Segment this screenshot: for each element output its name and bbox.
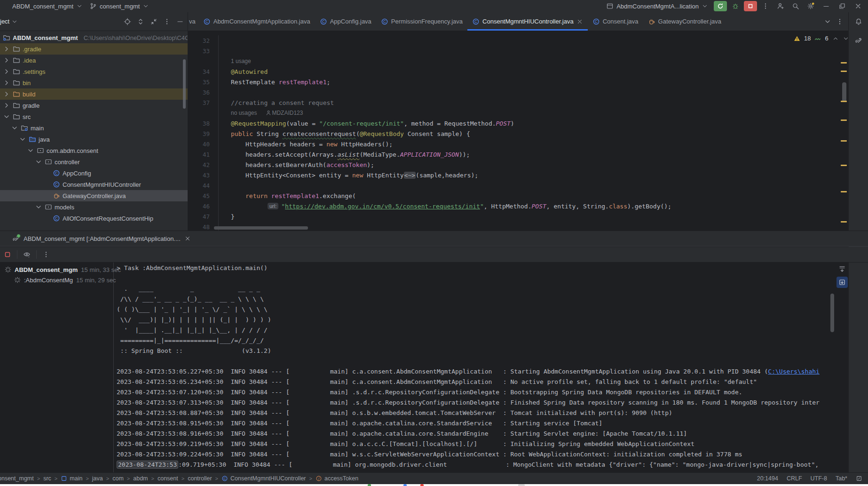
tree-item--settings[interactable]: .settings [0, 66, 188, 77]
stop-button[interactable] [744, 1, 757, 11]
window-restore-button[interactable] [835, 0, 849, 12]
search-everywhere-button[interactable] [789, 1, 802, 11]
editor-horizontal-scrollbar-thumb[interactable] [214, 226, 308, 230]
chevron-right-icon[interactable] [3, 102, 10, 109]
caret-position[interactable]: 20:1494 [757, 475, 778, 482]
console-banner-line: =========|_|==============|___/=/_/_/_/ [117, 337, 835, 347]
settings-button[interactable] [804, 1, 817, 11]
breadcrumb-item-com[interactable]: com [112, 475, 124, 482]
tab-partial[interactable]: va [188, 12, 198, 31]
more-actions-button[interactable] [759, 1, 772, 11]
tree-item-gatewaycontroller-java[interactable]: GatewayController.java [0, 190, 188, 201]
stop-process-icon[interactable] [4, 251, 11, 258]
window-minimize-button[interactable] [819, 0, 833, 12]
scroll-to-end-button[interactable] [836, 263, 848, 275]
close-tab-icon[interactable] [184, 235, 191, 242]
run-configuration-selector[interactable]: AbdmConsentMgmtA...lication [602, 1, 712, 11]
run-console[interactable]: > Task :AbdmConsentMgmtApplication.main(… [117, 263, 835, 472]
chevron-down-icon[interactable] [11, 124, 18, 132]
panel-options-kebab-icon[interactable] [163, 18, 171, 25]
tree-item-com-abdm-consent[interactable]: com.abdm.consent [0, 145, 188, 156]
chevron-right-icon[interactable] [3, 68, 10, 75]
tree-item-models[interactable]: models [0, 201, 188, 213]
chevron-right-icon[interactable] [3, 79, 10, 87]
console-scrollbar-thumb[interactable] [830, 294, 834, 332]
tree-item--gradle[interactable]: .gradle [0, 43, 188, 55]
rerun-button[interactable] [714, 1, 727, 11]
breadcrumb-item-consentmgmnthiucontroller[interactable]: CConsentMgmntHIUController [221, 475, 306, 482]
preview-eye-icon[interactable] [23, 251, 31, 258]
gradle-tool-window-button[interactable] [849, 31, 868, 50]
line-number: 47 [188, 213, 216, 220]
tab-options-kebab-icon[interactable] [836, 18, 844, 25]
tree-row-root[interactable]: ABDM_consent_mgmtC:\Users\shahi\OneDrive… [0, 32, 188, 43]
tree-item-main[interactable]: main [0, 122, 188, 134]
breadcrumb-item-abdm[interactable]: abdm [133, 475, 148, 482]
indent-style[interactable]: Tab* [836, 475, 847, 482]
tab-gatewaycontroller-java[interactable]: GatewayController.java [643, 12, 726, 31]
chevron-right-icon[interactable] [3, 90, 10, 98]
code-with-me-button[interactable] [774, 1, 787, 11]
chevron-down-icon[interactable] [27, 147, 34, 154]
notifications-button[interactable] [849, 12, 868, 31]
breadcrumb-item-consent[interactable]: consent [158, 475, 178, 482]
hide-panel-icon[interactable] [176, 18, 184, 25]
log-file-link[interactable]: C:\Users\shahi [768, 368, 820, 375]
chevron-right-icon[interactable] [3, 56, 10, 64]
window-close-button[interactable] [851, 0, 865, 12]
chevron-down-icon[interactable] [35, 203, 42, 211]
breadcrumb-item-java[interactable]: java [92, 475, 103, 482]
debug-button[interactable] [729, 1, 742, 11]
breadcrumb-item-onsent-mgmt[interactable]: onsent_mgmt [0, 475, 34, 482]
project-tree-vertical-scrollbar[interactable] [183, 59, 186, 109]
tree-item-src[interactable]: src [0, 111, 188, 122]
file-encoding[interactable]: UTF-8 [811, 475, 827, 482]
tree-item-gradle[interactable]: gradle [0, 100, 188, 111]
toolbar-kebab-icon[interactable] [42, 251, 50, 258]
run-panel-tab[interactable]: ABDM_consent_mgmt [:AbdmConsentMgmtAppli… [0, 235, 196, 242]
focus-output-button[interactable] [836, 277, 848, 288]
process-item[interactable]: :AbdmConsentMg15 min, 29 sec [0, 275, 113, 285]
tree-item-build[interactable]: build [0, 88, 188, 100]
chevron-down-icon[interactable] [3, 113, 10, 120]
process-item[interactable]: ABDM_consent_mgm15 min, 33 sec [0, 264, 113, 275]
prev-problem-chevron-icon[interactable] [832, 35, 839, 42]
breadcrumb-item-accesstoken[interactable]: faccessToken [316, 475, 358, 482]
tree-item-allofconsentrequestconsenthip[interactable]: CAllOfConsentRequestConsentHip [0, 213, 188, 224]
chevron-down-icon[interactable] [35, 158, 42, 166]
breadcrumb-item-controller[interactable]: controller [188, 475, 212, 482]
tree-item--idea[interactable]: .idea [0, 55, 188, 66]
url-link[interactable]: https://dev.abdm.gov.in/cm/v0.5/consent-… [285, 203, 480, 210]
tree-item-bin[interactable]: bin [0, 77, 188, 88]
collapse-all-icon[interactable] [150, 18, 158, 25]
breadcrumb-item-main[interactable]: main [61, 475, 82, 482]
code-editor[interactable]: 32331 usage34@Autowired35RestTemplate re… [188, 31, 848, 231]
tree-item-appconfig[interactable]: CAppConfig [0, 167, 188, 179]
tree-item-java[interactable]: java [0, 134, 188, 145]
inspections-widget[interactable]: 18 6 [794, 35, 849, 42]
project-panel-title[interactable]: ject [0, 18, 18, 25]
tab-consentmgmnthiucontroller-java[interactable]: CConsentMgmntHIUController.java [467, 12, 588, 31]
author-icon [265, 110, 272, 116]
console-log-line: 2023-08-24T23:53:09.224+05:30 INFO 30484… [117, 451, 835, 461]
project-selector[interactable]: ABDM_consent_mgmt [12, 3, 83, 10]
chevron-down-icon[interactable] [19, 135, 26, 143]
tree-item-consentmgmnthiucontroller[interactable]: CConsentMgmntHIUController [0, 179, 188, 190]
branch-selector[interactable]: consent_mgmt [89, 2, 149, 10]
class-icon: C [53, 181, 60, 188]
file-writable-icon[interactable] [856, 475, 862, 482]
code-token: new [352, 172, 367, 179]
tab-appconfig-java[interactable]: CAppConfig.java [315, 12, 376, 31]
locate-file-icon[interactable] [124, 18, 131, 25]
expand-collapse-icon[interactable] [137, 18, 144, 25]
tab-consent-java[interactable]: CConsent.java [588, 12, 643, 31]
tab-abdmconsentmgmtapplication-java[interactable]: CAbdmConsentMgmtApplication.java [198, 12, 315, 31]
tab-permissionfrequency-java[interactable]: CPermissionFrequency.java [376, 12, 467, 31]
editor-scrollbar-thumb[interactable] [842, 82, 846, 102]
line-ending[interactable]: CRLF [787, 475, 802, 482]
tab-list-chevron-icon[interactable] [824, 18, 831, 25]
close-tab-icon[interactable] [576, 18, 583, 25]
tree-item-controller[interactable]: controller [0, 156, 188, 167]
chevron-right-icon[interactable] [3, 45, 10, 53]
breadcrumb-item-src[interactable]: src [43, 475, 51, 482]
